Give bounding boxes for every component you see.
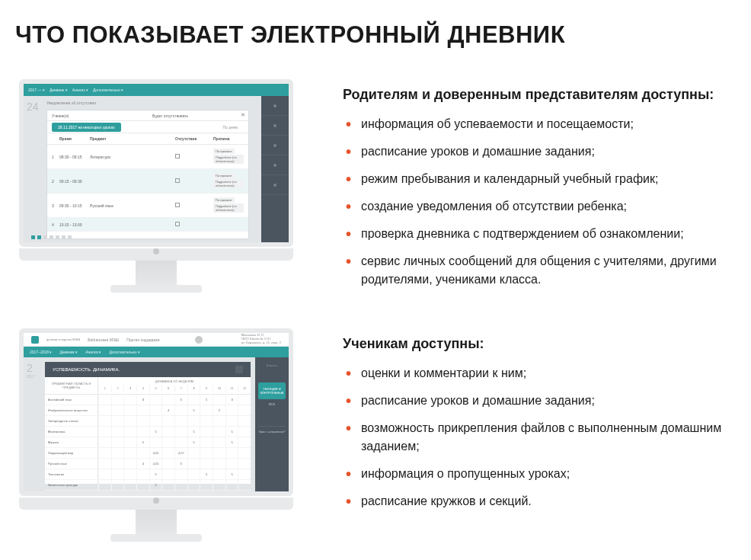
s2-logo-text: дневник и журнал МЭШ [46,338,80,341]
table-row: Математика555 [45,427,251,437]
logo-icon [31,336,39,344]
table-col-header: 12 [238,385,251,392]
table-row: 309:30 - 10:15Русский языкПо причинеПодр… [47,194,248,218]
table-row: 410:15 - 13:00 [47,218,248,232]
s1-col-subject: Предмет [90,136,175,141]
s1-popup-header-right: Будет отсутствовать [148,110,248,120]
s2-menu2: Анализ ▾ [85,350,101,354]
section2-heading: Ученикам доступны: [343,336,736,352]
s1-tab-other: По дням [216,123,244,132]
table-col-header: 9 [200,385,213,392]
table-col-header: 10 [213,385,225,392]
s2-side-btn1: ТЕКУЩИЕ И КОНТРОЛЬНЫЕ [258,382,286,399]
list-item: расписание уроков и домашние задания; [343,392,736,410]
s1-col-time: Время [59,136,90,141]
table-row: Музыка555 [45,437,251,448]
s2-colhead: ДИНАМИКА ПО НЕДЕЛЯМ [98,379,251,383]
s2-body: 2 2017 УСПЕВАЕМОСТЬ. ДИНАМИКА. ПРЕДМЕТНА… [24,357,255,491]
section-students: дневник и журнал МЭШ Библиотека МЭШ Порт… [15,328,736,542]
table-row: Русский язык44,555 [45,459,251,469]
list-item: расписание кружков и секций. [343,492,736,510]
table-col-header: 2 [111,385,124,392]
list-item: режим пребывания и календарный учебный г… [343,170,736,188]
s2-rowhead: ПРЕДМЕТНАЯ ОБЛАСТЬ И ПРЕДМЕТЫ [45,377,98,394]
s2-side-btn3: Урок с экзаменом? [258,426,286,434]
list-item: создание уведомления об отсутствии ребен… [343,197,736,216]
list-item: информация об успеваемости и посещаемост… [343,115,736,133]
s2-panel-title: УСПЕВАЕМОСТЬ. ДИНАМИКА. [53,367,120,372]
section1-list: информация об успеваемости и посещаемост… [343,115,736,289]
s2-menu-year: 2017–2018 ▾ [30,350,52,354]
s1-tab-active: 28.11.2017 на некоторых уроках [52,123,121,132]
s1-col-reason: Причина [213,136,244,141]
monitor-1: 2017 — ▾ Дневник ▾ Анализ ▾ Дополнительн… [19,79,293,293]
close-icon: ✕ [241,112,245,118]
monitor-col-1: 2017 — ▾ Дневник ▾ Анализ ▾ Дополнительн… [15,79,297,293]
monitor-2: дневник и журнал МЭШ Библиотека МЭШ Порт… [19,328,293,542]
s1-year: 2017 — ▾ [28,88,45,92]
table-row: Технология555 [45,469,251,480]
table-col-header: 6 [161,385,174,392]
s1-sidebar [261,96,289,242]
s2-toplink1: Библиотека МЭШ [88,338,119,342]
list-item: информация о пропущенных уроках; [343,465,736,483]
s2-user-address: ул. Барышиха, д. 21, корп. 2 [241,341,281,345]
grid-icon [235,366,243,373]
s2-side-btn2: ВСЕ [258,402,286,406]
s2-table: ПРЕДМЕТНАЯ ОБЛАСТЬ И ПРЕДМЕТЫ ДИНАМИКА П… [45,377,251,484]
s1-page-caption: Уведомление об отсутствии [46,101,257,105]
s2-menu3: Дополнительно ▾ [109,350,139,354]
table-row: Литературное чтение [45,416,251,427]
section1-heading: Родителям и доверенным представителям до… [343,87,736,103]
table-col-header: 8 [187,385,200,392]
table-row: Изобразительное искусство455 [45,405,251,416]
s2-big-number: 2 [27,362,35,374]
list-item: сервис личных сообщений для общения с уч… [343,252,736,289]
text-col-1: Родителям и доверенным представителям до… [343,79,736,298]
s1-menu3: Дополнительно ▾ [93,88,123,92]
list-item: возможность прикрепления файлов с выполн… [343,419,736,456]
table-col-header: 7 [174,385,187,392]
s1-menu2: Анализ ▾ [72,88,88,92]
section2-list: оценки и комментарии к ним;расписание ур… [343,364,736,510]
table-col-header: 11 [225,385,238,392]
monitor-screen-2: дневник и журнал МЭШ Библиотека МЭШ Порт… [19,328,293,496]
s1-col-absent: Отсутствие [175,136,213,141]
s2-menu1: Дневник ▾ [59,350,78,354]
table-row: 108:30 - 09:15ЛитератураПо причинеПодроб… [47,145,248,169]
s1-footer-dots [31,235,72,239]
list-item: расписание уроков и домашние задания; [343,142,736,161]
monitor-screen-1: 2017 — ▾ Дневник ▾ Анализ ▾ Дополнительн… [19,79,293,247]
monitor-col-2: дневник и журнал МЭШ Библиотека МЭШ Порт… [15,328,297,542]
table-col-header: 5 [149,385,162,392]
avatar-icon [195,336,203,344]
s1-big-number: 24 [27,101,39,113]
s2-big-year: 2017 [27,374,35,379]
table-row: 209:15 - 09:30По причинеПодробнее (не об… [47,169,248,194]
table-row: Окружающий мир4,554,57 [45,448,251,459]
page-title: ЧТО ПОКАЗЫВАЕТ ЭЛЕКТРОННЫЙ ДНЕВНИК [15,21,736,49]
s2-toplink2: Портал поддержки [126,338,159,342]
text-col-2: Ученикам доступны: оценки и комментарии … [343,328,736,520]
table-col-header: 3 [123,385,136,392]
table-col-header: 4 [136,385,149,392]
s1-menu1: Дневник ▾ [50,88,68,92]
list-item: оценки и комментарии к ним; [343,364,736,382]
s2-side-label: Классы [258,363,286,367]
s2-sidebar: Классы ТЕКУЩИЕ И КОНТРОЛЬНЫЕ ВСЕ Урок с … [255,357,289,491]
table-col-header: 1 [98,385,111,392]
s1-popup: ✕ Ученик(и) Будет отсутствовать 28.11.20… [46,110,249,239]
list-item: проверка дневника с подтверждением об оз… [343,225,736,243]
table-row: Английский язык3553 [45,395,251,405]
s1-body: 24 Уведомление об отсутствии ✕ Ученик(и)… [24,96,261,242]
table-row: Физическая культура5 [45,480,251,491]
section-parents: 2017 — ▾ Дневник ▾ Анализ ▾ Дополнительн… [15,79,736,298]
s1-popup-header-left: Ученик(и) [47,110,148,120]
